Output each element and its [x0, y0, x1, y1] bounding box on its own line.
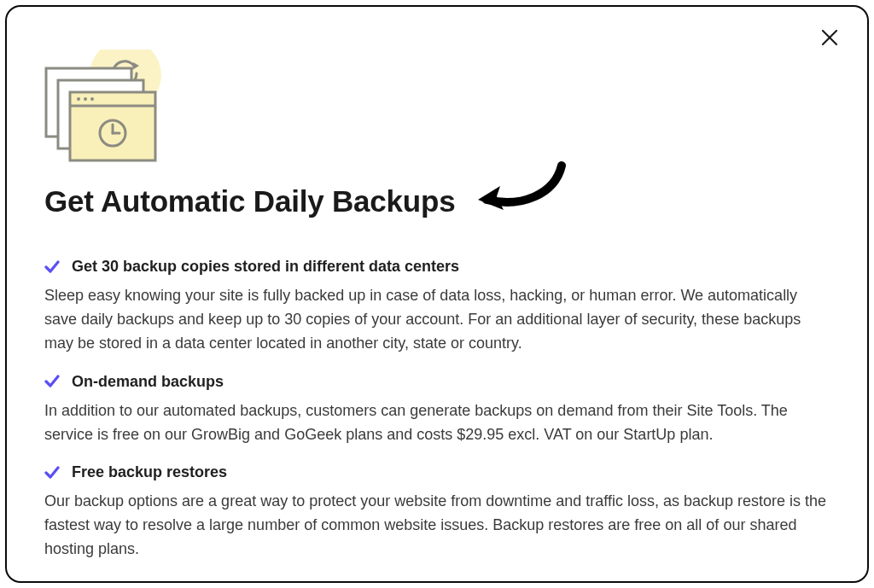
- feature-head: Get 30 backup copies stored in different…: [44, 258, 830, 276]
- check-icon: [44, 259, 60, 275]
- pointer-arrow-icon: [469, 160, 572, 225]
- feature-body: Sleep easy knowing your site is fully ba…: [44, 284, 830, 356]
- svg-point-8: [77, 97, 80, 101]
- close-icon: [819, 27, 843, 48]
- feature-head: On-demand backups: [44, 373, 830, 391]
- modal-title: Get Automatic Daily Backups: [44, 184, 456, 218]
- feature-title: On-demand backups: [72, 373, 224, 391]
- feature-item: Get 30 backup copies stored in different…: [44, 258, 830, 356]
- check-icon: [44, 374, 60, 389]
- feature-title: Free backup restores: [72, 463, 227, 481]
- check-icon: [44, 465, 60, 480]
- feature-body: Our backup options are a great way to pr…: [44, 490, 830, 562]
- backup-illustration: [44, 49, 172, 169]
- feature-item: On-demand backups In addition to our aut…: [44, 373, 830, 447]
- title-row: Get Automatic Daily Backups: [44, 169, 830, 234]
- svg-point-10: [90, 97, 94, 101]
- feature-body: In addition to our automated backups, cu…: [44, 399, 830, 447]
- feature-item: Free backup restores Our backup options …: [44, 463, 830, 562]
- modal-content: Get Automatic Daily Backups Get 30 backu…: [44, 169, 830, 579]
- backup-modal: Get Automatic Daily Backups Get 30 backu…: [5, 5, 869, 583]
- feature-title: Get 30 backup copies stored in different…: [72, 258, 459, 276]
- feature-head: Free backup restores: [44, 463, 830, 481]
- svg-point-9: [84, 97, 87, 101]
- close-button[interactable]: [819, 27, 843, 51]
